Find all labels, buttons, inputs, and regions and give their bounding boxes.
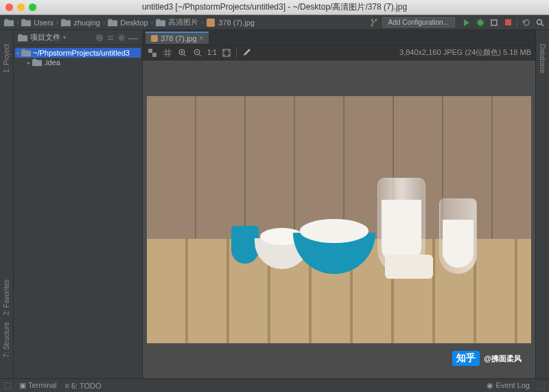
svg-point-1 [478,20,483,25]
chevron-down-icon[interactable]: ▾ [16,50,19,56]
favorites-tool-button[interactable]: 2: Favorites [3,279,10,315]
window-titlebar: untitled3 [~/PhpstormProjects/untitled3]… [0,0,549,15]
vcs-branch-icon[interactable] [370,18,379,27]
zoom-in-icon[interactable] [177,47,188,58]
breadcrumb-item[interactable]: 378 (7).jpg [218,19,255,27]
terminal-icon: ▣ [19,381,26,389]
zoom-actual-button[interactable]: 1:1 [207,49,217,56]
svg-point-6 [120,36,123,39]
sidebar-header: 项目文件 ▾ — [14,30,142,45]
editor-area: 378 (7).jpg × 1:1 3,840x2,160 JPEG (24位颜… [143,30,535,378]
fit-to-window-icon[interactable] [221,47,232,58]
chevron-right-icon: › [16,19,19,26]
window-title: untitled3 [~/PhpstormProjects/untitled3]… [0,1,549,13]
folder-icon [61,19,71,27]
chevron-right-icon[interactable]: ▸ [27,60,30,66]
svg-rect-9 [152,53,156,57]
watermark-handle: @拂面柔风 [484,354,522,364]
chevron-right-icon: › [151,19,153,26]
debug-icon[interactable] [476,18,485,27]
terminal-tool-button[interactable]: ▣Terminal [19,381,57,390]
svg-rect-7 [151,35,158,42]
project-sidebar: 项目文件 ▾ — ▾ ~/PhpstormProjects/untitled3 … [14,30,143,378]
image-file-icon [151,35,158,42]
right-tool-rail: Database [535,30,549,378]
chevron-right-icon: › [201,19,203,26]
folder-icon [21,19,31,27]
close-tab-icon[interactable]: × [200,34,204,42]
svg-point-5 [99,36,101,38]
folder-icon [21,49,31,57]
zhihu-logo: 知乎 [452,351,480,366]
structure-tool-button[interactable]: 7: Structure [3,322,10,358]
sidebar-title-label: 项目文件 [30,32,60,43]
minimize-button[interactable] [17,3,25,11]
tree-item-idea[interactable]: ▸ .idea [15,58,141,67]
memory-indicator-icon[interactable] [538,382,545,389]
left-tool-rail: 1: Project 2: Favorites 7: Structure [0,30,14,378]
breadcrumb-item[interactable]: Users [34,19,54,27]
editor-tab[interactable]: 378 (7).jpg × [145,32,209,44]
breadcrumb-item[interactable]: 高清图片 [168,17,198,27]
toggle-grid-icon[interactable] [162,47,173,58]
svg-rect-13 [538,382,545,389]
chevron-down-icon[interactable]: ▾ [63,34,66,41]
stop-icon[interactable] [503,18,513,27]
home-icon[interactable] [4,19,14,27]
chevron-right-icon: › [103,19,105,26]
watermark: 知乎 @拂面柔风 [452,351,522,366]
window-controls [0,3,36,11]
image-canvas[interactable]: 知乎 @拂面柔风 [143,60,535,378]
update-project-icon[interactable] [522,18,531,27]
todo-icon: ≡ [65,382,69,390]
folder-icon [32,58,42,67]
collapse-all-icon[interactable] [106,34,115,42]
image-info-label: 3,840x2,160 JPEG (24位颜色) 5.18 MB [399,47,531,58]
project-tree: ▾ ~/PhpstormProjects/untitled3 ▸ .idea [14,45,142,70]
svg-rect-2 [505,19,511,25]
breadcrumb-item[interactable]: Desktop [120,19,148,27]
zoom-button[interactable] [29,3,36,11]
color-picker-icon[interactable] [241,47,252,58]
todo-tool-button[interactable]: ≡6: TODO [65,382,102,390]
folder-icon [18,34,27,42]
breadcrumb-item[interactable]: zhuqing [73,19,100,27]
add-configuration-button[interactable]: Add Configuration... [382,17,455,27]
search-everywhere-icon[interactable] [535,18,545,27]
image-toolbar: 1:1 3,840x2,160 JPEG (24位颜色) 5.18 MB [143,45,535,60]
tab-label: 378 (7).jpg [161,34,197,43]
folder-icon [108,19,117,27]
close-button[interactable] [5,3,13,11]
event-log-icon: ◉ [487,381,493,389]
run-with-coverage-icon[interactable] [489,18,499,27]
svg-rect-8 [148,49,152,53]
run-icon[interactable] [462,18,471,27]
svg-rect-0 [207,19,215,27]
image-file-icon [206,19,215,27]
tree-root[interactable]: ▾ ~/PhpstormProjects/untitled3 [15,48,141,58]
chevron-right-icon: › [56,19,58,26]
tree-root-label: ~/PhpstormProjects/untitled3 [33,49,130,57]
svg-point-3 [537,19,542,24]
zoom-out-icon[interactable] [192,47,203,58]
folder-icon [156,19,165,27]
image-preview [147,96,531,343]
tool-window-quick-access-icon[interactable] [4,382,11,389]
editor-tabs: 378 (7).jpg × [143,30,535,45]
settings-icon[interactable] [117,34,126,42]
scroll-from-source-icon[interactable] [95,34,104,42]
project-tool-button[interactable]: 1: Project [3,44,10,73]
tree-item-label: .idea [44,58,60,67]
toggle-transparency-icon[interactable] [147,47,158,58]
status-bar: ▣Terminal ≡6: TODO ◉Event Log [0,378,549,392]
navigation-bar: › Users › zhuqing › Desktop › 高清图片 › 378… [0,15,549,30]
event-log-button[interactable]: ◉Event Log [487,381,530,390]
database-tool-button[interactable]: Database [539,44,546,73]
hide-icon[interactable]: — [128,32,138,43]
